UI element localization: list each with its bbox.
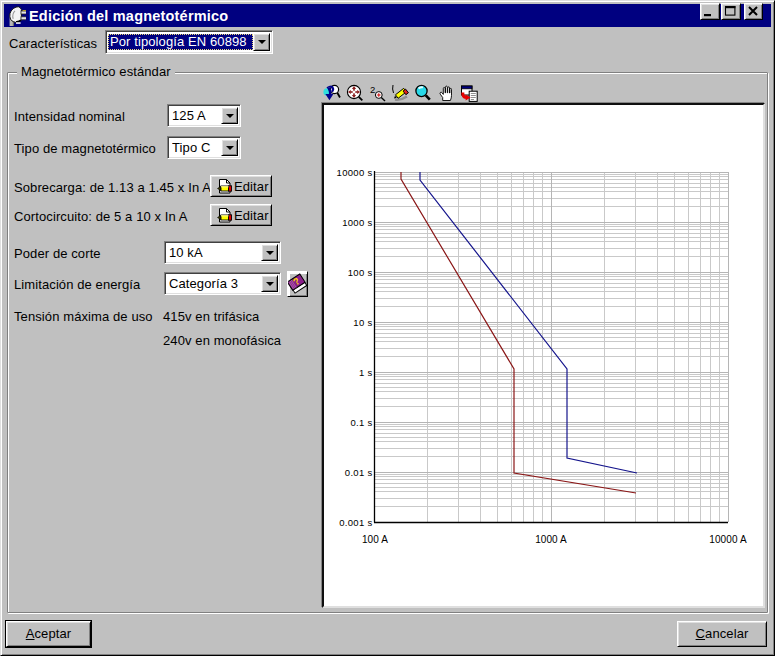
svg-text:10 s: 10 s — [353, 317, 372, 328]
svg-text:0.01 s: 0.01 s — [345, 467, 373, 478]
svg-text:0.001 s: 0.001 s — [339, 517, 372, 528]
svg-text:100 s: 100 s — [348, 267, 373, 278]
svg-text:1000 A: 1000 A — [535, 534, 567, 545]
svg-text:100 A: 100 A — [362, 534, 388, 545]
svg-text:10000 s: 10000 s — [337, 167, 373, 178]
svg-text:2: 2 — [370, 84, 375, 95]
svg-text:10000 A: 10000 A — [709, 534, 747, 545]
svg-text:1 s: 1 s — [359, 367, 373, 378]
svg-text:0.1 s: 0.1 s — [350, 417, 372, 428]
svg-text:1000 s: 1000 s — [342, 217, 372, 228]
